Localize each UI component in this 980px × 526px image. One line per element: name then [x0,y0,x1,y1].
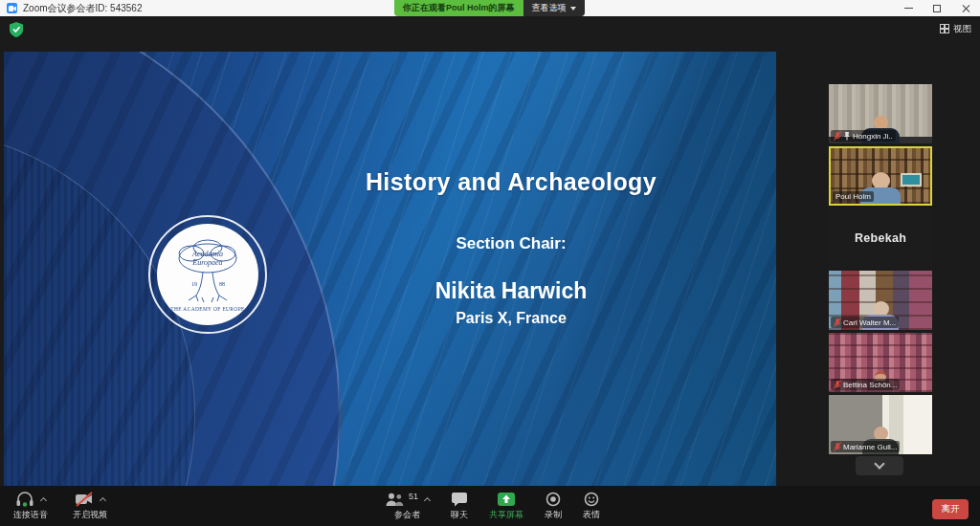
participant-name-label: Bettina Schön... [831,379,900,390]
meeting-toolbar: 连接语音 开启视频 [0,486,980,526]
leave-meeting-button[interactable]: 离开 [932,499,969,519]
participant-tile-poul-holm[interactable]: Poul Holm [829,146,932,206]
people-icon [385,492,404,507]
slide-text-block: History and Archaeology Section Chair: N… [281,52,741,486]
participant-name: Carl Walter M... [843,318,896,327]
maximize-button[interactable] [923,0,951,16]
logo-name-line1: Academia [191,250,223,258]
screen-share-banner: 你正在观看Poul Holm的屏幕 查看选项 [394,0,585,16]
window-title: Zoom会议参会者ID: 543562 [23,2,143,15]
participant-name-label: Carl Walter M... [831,317,899,328]
logo-year-right: 88 [219,281,225,287]
view-layout-button[interactable]: 视图 [940,21,971,36]
view-options-label: 查看选项 [532,2,567,14]
window-controls [894,0,980,16]
share-screen-button[interactable]: 共享屏幕 [489,491,523,521]
mic-muted-icon [834,380,841,389]
security-shield-button[interactable] [10,22,23,41]
participants-label: 参会者 [394,509,420,521]
minimize-icon [904,8,913,9]
participant-name: Hongxin Ji.. [853,132,893,141]
view-options-button[interactable]: 查看选项 [523,0,585,16]
view-button-label: 视图 [953,23,971,35]
slide-title: History and Archaeology [281,168,741,196]
participant-tile-carl[interactable]: Carl Walter M... [829,271,932,330]
pin-icon [843,131,851,141]
mic-muted-icon [834,131,841,141]
smiley-icon [584,492,599,507]
participant-tile-bettina[interactable]: Bettina Schön... [829,333,932,392]
headset-icon [15,492,34,507]
participant-tile-marianne[interactable]: Marianne Gull... [829,395,932,454]
shield-check-icon [10,22,23,37]
join-audio-button[interactable]: 连接语音 [13,491,48,521]
mic-muted-icon [834,442,841,451]
start-video-button[interactable]: 开启视频 [73,491,107,521]
share-banner-text: 你正在观看Poul Holm的屏幕 [394,0,523,16]
slide-chair-affiliation: Paris X, France [281,310,741,327]
participant-name: Rebekah [855,231,906,245]
join-audio-label: 连接语音 [13,509,48,521]
chat-label: 聊天 [451,509,468,521]
chat-button[interactable]: 聊天 [451,491,468,521]
participant-name: Marianne Gull... [843,443,897,451]
reactions-button[interactable]: 表情 [583,491,600,521]
record-circle-icon [546,492,561,507]
slide-chair-name: Nikita Harwich [281,278,741,304]
participant-tile-hongxin[interactable]: Hongxin Ji.. [829,84,932,143]
slide-section-label: Section Chair: [281,234,741,253]
chat-bubble-icon [451,492,468,507]
zoom-camera-icon [7,3,17,13]
academia-europaea-logo: Academia Europaea 19 88 The Academy of E… [148,215,267,334]
participant-tile-rebekah[interactable]: Rebekah [829,208,932,268]
participant-name-label: Poul Holm [833,191,874,202]
logo-caption: The Academy of Europe [170,306,245,312]
close-icon [961,4,970,13]
logo-name-line2: Europaea [191,258,222,267]
participants-button[interactable]: 51 参会者 [385,491,430,521]
chevron-up-icon[interactable] [100,496,106,503]
participants-count: 51 [409,492,418,501]
grid-view-icon [940,24,949,33]
share-screen-label: 共享屏幕 [489,509,523,521]
chevron-down-icon [874,458,884,469]
chevron-down-icon [570,7,576,11]
record-label: 录制 [545,509,562,521]
record-button[interactable]: 录制 [545,491,562,521]
mic-muted-icon [834,318,841,327]
participant-name-label: Hongxin Ji.. [831,130,896,142]
participant-name: Poul Holm [835,192,871,201]
shared-screen-slide: Academia Europaea 19 88 The Academy of E… [4,52,776,486]
participant-name: Bettina Schön... [843,381,897,389]
share-screen-icon [497,492,516,507]
participant-name-label: Marianne Gull... [831,441,900,452]
zoom-meeting-window: Zoom会议参会者ID: 543562 你正在观看Poul Holm的屏幕 查看… [0,0,980,526]
camera-off-icon [75,492,94,507]
participants-strip: Hongxin Ji.. Poul Holm Rebekah Carl Walt… [829,84,932,457]
logo-disc: Academia Europaea 19 88 The Academy of E… [157,224,258,325]
chevron-up-icon[interactable] [40,496,47,503]
reactions-label: 表情 [583,509,600,521]
collapse-thumbnails-button[interactable] [856,456,903,475]
close-button[interactable] [951,0,980,16]
maximize-icon [933,5,941,12]
logo-year-left: 19 [191,281,197,287]
start-video-label: 开启视频 [73,509,107,521]
chevron-up-icon[interactable] [424,496,431,503]
minimize-button[interactable] [894,0,923,16]
